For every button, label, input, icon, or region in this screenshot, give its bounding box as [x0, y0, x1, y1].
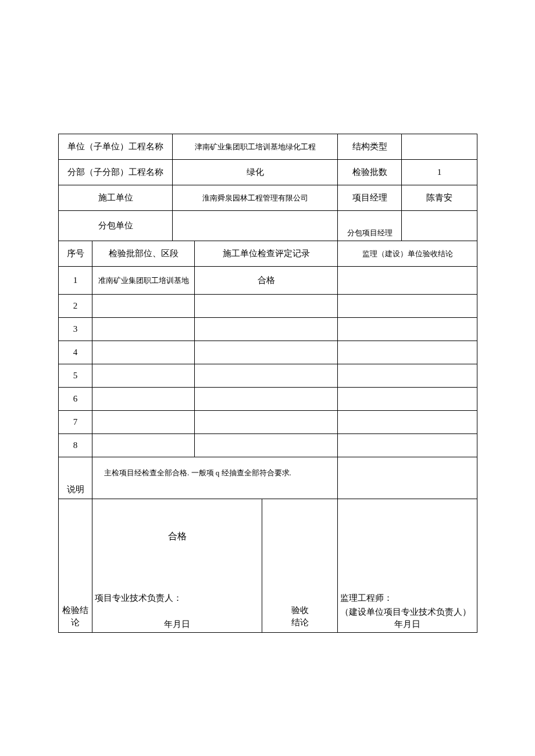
table-row: 2: [59, 295, 477, 318]
tech-lead-sig: 项目专业技术负责人：: [95, 591, 259, 605]
cell-seq: 3: [59, 318, 92, 341]
cell-seq: 2: [59, 295, 92, 318]
cell-part: [92, 434, 195, 457]
cell-record: [195, 388, 338, 411]
value-pm: 陈青安: [402, 185, 477, 211]
table-row: 6: [59, 388, 477, 411]
note-label: 说明: [59, 457, 92, 499]
value-subcontractor: [173, 211, 338, 241]
cell-record: [195, 318, 338, 341]
value-contractor: 淮南舜泉园林工程管理有限公司: [173, 185, 338, 211]
cell-concl: [338, 267, 477, 295]
note-text: 主检项目经检查全部合格. 一般项 q 经抽查全部符合要求.: [92, 457, 338, 499]
th-record: 施工单位检查评定记录: [195, 241, 338, 267]
label-structure-type: 结构类型: [338, 134, 402, 160]
cell-record: [195, 434, 338, 457]
table-row: 3: [59, 318, 477, 341]
cell-concl: [338, 364, 477, 388]
inspection-date: 年月日: [95, 619, 259, 630]
cell-part: [92, 364, 195, 388]
cell-part: [92, 341, 195, 364]
cell-concl: [338, 341, 477, 364]
cell-record: [195, 295, 338, 318]
acceptance-conclusion-body: 监理工程师： （建设单位项目专业技术负责人） 年月日: [338, 499, 477, 633]
conclusion-row: 检验结 论 合格 项目专业技术负责人： 年月日 验收 结论 监理工程师： （建设…: [59, 499, 477, 633]
hdr-row-1: 单位（子单位）工程名称 津南矿业集团职工培训基地绿化工程 结构类型: [59, 134, 477, 160]
acceptance-conclusion-label: 验收 结论: [262, 499, 338, 633]
hdr-row-3: 施工单位 淮南舜泉园林工程管理有限公司 项目经理 陈青安: [59, 185, 477, 211]
acceptance-spacer: [340, 499, 475, 591]
value-subunit-name: 绿化: [173, 160, 338, 185]
cell-seq: 5: [59, 364, 92, 388]
table-row: 8: [59, 434, 477, 457]
cell-part: [92, 388, 195, 411]
label-unit-name: 单位（子单位）工程名称: [59, 134, 173, 160]
value-batch-count: 1: [402, 160, 477, 185]
table-row: 5: [59, 364, 477, 388]
label-pm: 项目经理: [338, 185, 402, 211]
cell-record: [195, 364, 338, 388]
hdr-row-2: 分部（子分部）工程名称 绿化 检验批数 1: [59, 160, 477, 185]
inspection-conclusion-label: 检验结 论: [59, 499, 92, 633]
cell-record: 合格: [195, 267, 338, 295]
hdr-row-4: 分包单位 分包项目经理: [59, 211, 477, 241]
owner-tech-lead: （建设单位项目专业技术负责人）: [340, 605, 475, 619]
cell-part: [92, 318, 195, 341]
note-empty: [338, 457, 477, 499]
cell-seq: 4: [59, 341, 92, 364]
cell-seq: 7: [59, 411, 92, 434]
cell-part: [92, 295, 195, 318]
cell-record: [195, 411, 338, 434]
tech-lead-spacer: [95, 605, 259, 619]
label-sub-pm: 分包项目经理: [338, 211, 402, 241]
supervisor-sig: 监理工程师：: [340, 591, 475, 605]
acceptance-date: 年月日: [340, 619, 475, 630]
cell-record: [195, 341, 338, 364]
cell-part: [92, 411, 195, 434]
cell-seq: 1: [59, 267, 92, 295]
value-sub-pm: [402, 211, 477, 241]
value-structure-type: [402, 134, 477, 160]
table-header-row: 序号 检验批部位、区段 施工单位检查评定记录 监理（建设）单位验收结论: [59, 241, 477, 267]
cell-seq: 6: [59, 388, 92, 411]
table-row: 4: [59, 341, 477, 364]
cell-concl: [338, 434, 477, 457]
cell-seq: 8: [59, 434, 92, 457]
label-subunit-name: 分部（子分部）工程名称: [59, 160, 173, 185]
cell-concl: [338, 411, 477, 434]
label-contractor: 施工单位: [59, 185, 173, 211]
th-seq: 序号: [59, 241, 92, 267]
th-conclusion: 监理（建设）单位验收结论: [338, 241, 477, 267]
cell-part: 准南矿业集团职工培训基地: [92, 267, 195, 295]
table-row: 7: [59, 411, 477, 434]
table-row: 1 准南矿业集团职工培训基地 合格: [59, 267, 477, 295]
note-row: 说明 主检项目经检查全部合格. 一般项 q 经抽查全部符合要求.: [59, 457, 477, 499]
inspection-conclusion-body: 合格 项目专业技术负责人： 年月日: [92, 499, 262, 633]
inspection-form: 单位（子单位）工程名称 津南矿业集团职工培训基地绿化工程 结构类型 分部（子分部…: [58, 134, 477, 633]
inspection-result: 合格: [95, 499, 259, 591]
cell-concl: [338, 318, 477, 341]
cell-concl: [338, 388, 477, 411]
th-part: 检验批部位、区段: [92, 241, 195, 267]
label-batch-count: 检验批数: [338, 160, 402, 185]
label-subcontractor: 分包单位: [59, 211, 173, 241]
value-unit-name: 津南矿业集团职工培训基地绿化工程: [173, 134, 338, 160]
cell-concl: [338, 295, 477, 318]
